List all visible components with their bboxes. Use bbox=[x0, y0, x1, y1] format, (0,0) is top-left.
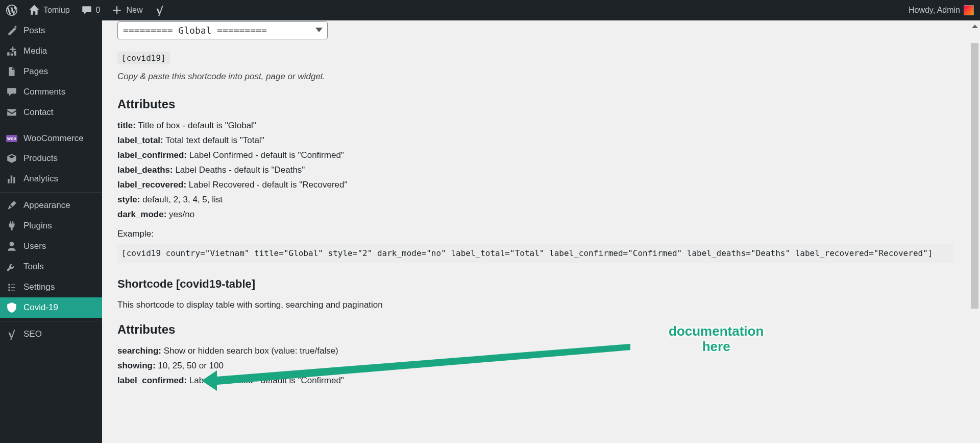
sidebar-item-label: Appearance bbox=[23, 200, 70, 211]
sidebar-item-analytics[interactable]: Analytics bbox=[0, 169, 102, 189]
sidebar-item-label: Media bbox=[23, 46, 47, 56]
sidebar-item-label: Users bbox=[23, 241, 46, 251]
sidebar-item-label: Products bbox=[23, 153, 58, 164]
sidebar-item-tools[interactable]: Tools bbox=[0, 257, 102, 277]
sidebar-item-settings[interactable]: Settings bbox=[0, 277, 102, 297]
shortcode2-heading: Shortcode [covid19-table] bbox=[117, 277, 953, 291]
example-code: [covid19 country="Vietnam" title="Global… bbox=[117, 244, 953, 263]
shortcode-code: [covid19] bbox=[117, 52, 170, 64]
country-select-wrap: ========= Global ========= bbox=[117, 21, 328, 39]
woo-icon: woo bbox=[6, 135, 17, 142]
sidebar-item-label: Tools bbox=[23, 262, 44, 272]
scrollbar[interactable] bbox=[969, 20, 980, 443]
wp-logo[interactable] bbox=[6, 5, 17, 16]
sidebar-item-label: Contact bbox=[23, 107, 54, 118]
attribute-line: showing: 10, 25, 50 or 100 bbox=[117, 361, 953, 371]
new-content-link[interactable]: New bbox=[111, 5, 142, 16]
attribute-line: label_total: Total text default is "Tota… bbox=[117, 135, 953, 146]
shortcode-hint: Copy & paste this shortcode into post, p… bbox=[117, 72, 953, 82]
new-label: New bbox=[126, 6, 142, 15]
sidebar-item-appearance[interactable]: Appearance bbox=[0, 192, 102, 216]
sidebar-item-users[interactable]: Users bbox=[0, 236, 102, 257]
attribute-line: searching: Show or hidden search box (va… bbox=[117, 346, 953, 356]
admin-toolbar: Tomiup 0 New Howdy, Admin bbox=[0, 0, 980, 20]
yoast-link[interactable] bbox=[154, 5, 165, 16]
scroll-thumb[interactable] bbox=[971, 43, 978, 309]
account-link[interactable]: Howdy, Admin bbox=[909, 5, 974, 15]
page-content: ========= Global ========= [covid19] Cop… bbox=[102, 20, 969, 443]
shortcode2-desc: This shortcode to display table with sor… bbox=[117, 300, 953, 310]
sidebar-item-label: Posts bbox=[23, 26, 45, 36]
comments-link[interactable]: 0 bbox=[81, 5, 101, 16]
howdy-text: Howdy, Admin bbox=[909, 6, 960, 15]
sidebar-item-label: Comments bbox=[23, 87, 65, 97]
sidebar-item-contact[interactable]: Contact bbox=[0, 102, 102, 123]
attribute-line: style: default, 2, 3, 4, 5, list bbox=[117, 195, 953, 205]
attributes-heading: Attributes bbox=[117, 97, 953, 111]
attributes-heading-2: Attributes bbox=[117, 322, 953, 337]
avatar bbox=[964, 5, 974, 15]
sidebar-item-label: SEO bbox=[23, 329, 42, 339]
sidebar-item-posts[interactable]: Posts bbox=[0, 20, 102, 41]
sidebar-item-seo[interactable]: SEO bbox=[0, 321, 102, 344]
country-select[interactable]: ========= Global ========= bbox=[117, 21, 328, 39]
sidebar-item-label: WooCommerce bbox=[23, 133, 84, 144]
admin-sidebar: Posts Media Pages Comments Contact woo W… bbox=[0, 20, 102, 443]
sidebar-item-label: Pages bbox=[23, 66, 48, 77]
sidebar-item-pages[interactable]: Pages bbox=[0, 61, 102, 82]
sidebar-item-covid19[interactable]: Covid-19 bbox=[0, 297, 102, 318]
sidebar-item-woocommerce[interactable]: woo WooCommerce bbox=[0, 126, 102, 148]
sidebar-item-products[interactable]: Products bbox=[0, 148, 102, 169]
attribute-line: label_deaths: Label Deaths - default is … bbox=[117, 165, 953, 175]
scroll-up-button[interactable] bbox=[969, 20, 980, 32]
sidebar-item-label: Plugins bbox=[23, 221, 52, 231]
sidebar-item-media[interactable]: Media bbox=[0, 41, 102, 61]
site-home-link[interactable]: Tomiup bbox=[29, 5, 70, 16]
attribute-line: label_confirmed: Label Confirmed - defau… bbox=[117, 150, 953, 160]
sidebar-item-comments[interactable]: Comments bbox=[0, 82, 102, 102]
sidebar-item-label: Analytics bbox=[23, 174, 58, 184]
attribute-line: title: Title of box - default is "Global… bbox=[117, 121, 953, 131]
sidebar-item-label: Settings bbox=[23, 282, 55, 292]
sidebar-item-plugins[interactable]: Plugins bbox=[0, 216, 102, 236]
attribute-line: label_confirmed: Label Confirmed - defau… bbox=[117, 376, 953, 386]
attribute-line: dark_mode: yes/no bbox=[117, 209, 953, 220]
example-label: Example: bbox=[117, 229, 953, 239]
site-name: Tomiup bbox=[43, 6, 70, 15]
sidebar-item-label: Covid-19 bbox=[23, 302, 58, 313]
attribute-line: label_recovered: Label Recovered - defau… bbox=[117, 180, 953, 190]
comments-count: 0 bbox=[96, 6, 101, 15]
